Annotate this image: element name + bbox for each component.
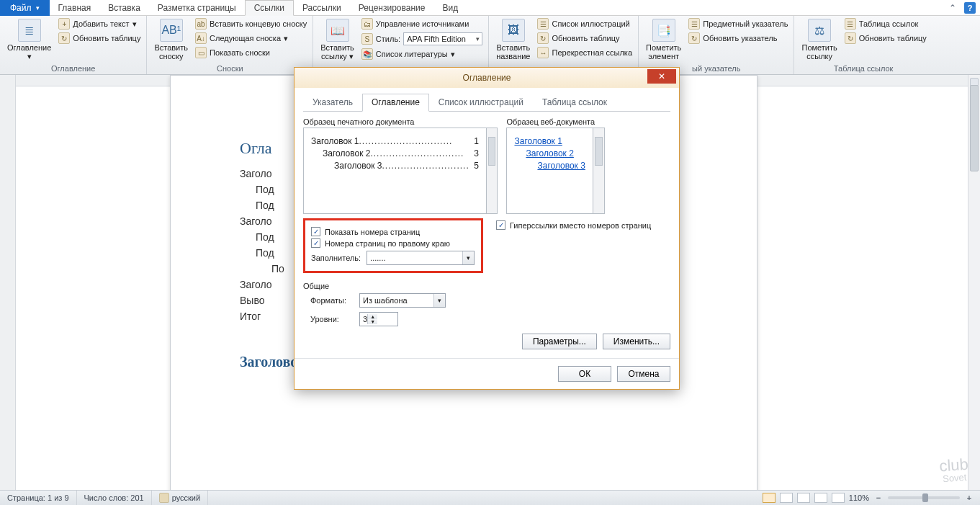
update-toa-button[interactable]: ↻Обновить таблицу — [843, 32, 928, 45]
toc-button[interactable]: ≣ Оглавление▾ — [4, 17, 54, 62]
mark-citation-button[interactable]: ⚖ Пометитьссылку — [799, 17, 840, 62]
refresh-icon: ↻ — [58, 32, 70, 44]
refresh-icon: ↻ — [537, 32, 549, 44]
help-icon[interactable]: ? — [964, 2, 976, 14]
modify-button[interactable]: Изменить... — [603, 334, 670, 349]
dlg-tab-index[interactable]: Указатель — [303, 94, 362, 111]
cross-reference-button[interactable]: ↔Перекрестная ссылка — [536, 46, 634, 59]
web-preview: Заголовок 1Заголовок 2Заголовок 3 — [506, 128, 593, 214]
refresh-icon: ↻ — [845, 32, 856, 44]
add-text-button[interactable]: +Добавить текст ▾ — [57, 17, 142, 30]
style-value[interactable]: APA Fifth Edition — [403, 32, 482, 45]
ribbon-minimize-icon[interactable]: ⌃ — [947, 2, 958, 14]
tab-home[interactable]: Главная — [50, 0, 100, 16]
dialog-title: Оглавление — [463, 73, 511, 83]
formats-combo[interactable]: Из шаблона▾ — [359, 293, 446, 308]
dialog-titlebar[interactable]: Оглавление ? ✕ — [295, 68, 679, 88]
tab-file[interactable]: Файл▾ — [0, 0, 50, 16]
footnote-icon: AB¹ — [160, 19, 183, 42]
options-button[interactable]: Параметры... — [522, 334, 597, 349]
main-tabs: Файл▾ Главная Вставка Разметка страницы … — [0, 0, 980, 16]
citation-style-select[interactable]: SСтиль: APA Fifth Edition — [360, 32, 484, 46]
style-icon: S — [361, 33, 373, 45]
insert-endnote-button[interactable]: abВставить концевую сноску — [194, 17, 308, 30]
update-index-button[interactable]: ↻Обновить указатель — [687, 32, 789, 45]
tab-layout[interactable]: Разметка страницы — [149, 0, 245, 16]
chk-hyperlinks[interactable] — [496, 220, 505, 230]
mark-citation-icon: ⚖ — [808, 19, 831, 42]
manage-sources-icon: 🗂 — [361, 18, 373, 30]
preview-scrollbar[interactable] — [593, 128, 605, 214]
scrollbar-vertical[interactable] — [968, 75, 980, 490]
table-figures-button[interactable]: ☰Список иллюстраций — [536, 17, 634, 30]
insert-caption-button[interactable]: 🖼 Вставитьназвание — [493, 17, 533, 62]
leader-combo[interactable]: .......▾ — [367, 251, 475, 265]
view-print-layout-icon[interactable] — [763, 493, 776, 503]
ruler-vertical — [0, 75, 16, 490]
toc-icon: ≣ — [18, 19, 41, 42]
chevron-down-icon: ▾ — [36, 4, 40, 12]
status-language[interactable]: русский — [152, 491, 208, 505]
next-footnote-button[interactable]: A↓Следующая сноска ▾ — [194, 32, 308, 45]
zoom-out-button[interactable]: − — [873, 493, 884, 502]
mark-entry-button[interactable]: 📑 Пометитьэлемент — [643, 17, 684, 62]
print-preview: Заголовок 1 ............................… — [303, 128, 487, 214]
tab-view[interactable]: Вид — [433, 0, 467, 16]
chk-show-page-numbers[interactable] — [311, 227, 320, 236]
general-label: Общие — [303, 282, 670, 290]
dlg-tab-tof[interactable]: Список иллюстраций — [429, 94, 533, 111]
bibliography-button[interactable]: 📚Список литературы ▾ — [360, 48, 484, 61]
group-label-toa: Таблица ссылок — [799, 64, 927, 74]
zoom-slider-thumb[interactable] — [922, 493, 928, 502]
add-text-icon: + — [58, 18, 70, 30]
tab-mailings[interactable]: Рассылки — [294, 0, 350, 16]
scrollbar-thumb[interactable] — [970, 85, 979, 171]
ok-button[interactable]: ОК — [558, 366, 611, 382]
tab-references[interactable]: Ссылки — [245, 0, 294, 16]
group-label-toc: Оглавление — [4, 64, 142, 74]
show-notes-icon: ▭ — [195, 47, 207, 58]
citation-icon: 📖 — [326, 19, 349, 42]
insert-footnote-button[interactable]: AB¹ Вставитьсноску — [151, 17, 191, 62]
status-word-count[interactable]: Число слов: 201 — [77, 491, 152, 505]
formats-label: Форматы: — [310, 296, 354, 305]
dlg-tab-toc[interactable]: Оглавление — [362, 94, 429, 112]
zoom-slider[interactable] — [888, 496, 960, 499]
index-icon: ☰ — [688, 18, 700, 30]
chk-right-align-numbers[interactable] — [311, 238, 320, 248]
tab-review[interactable]: Рецензирование — [350, 0, 434, 16]
status-page[interactable]: Страница: 1 из 9 — [0, 491, 77, 505]
show-notes-button[interactable]: ▭Показать сноски — [194, 46, 308, 59]
caption-icon: 🖼 — [502, 19, 525, 42]
insert-index-button[interactable]: ☰Предметный указатель — [687, 17, 789, 30]
dialog-close-button[interactable]: ✕ — [647, 69, 676, 84]
print-preview-label: Образец печатного документа — [303, 117, 498, 126]
zoom-value[interactable]: 110% — [849, 493, 869, 502]
status-bar: Страница: 1 из 9 Число слов: 201 русский… — [0, 490, 980, 505]
cancel-button[interactable]: Отмена — [617, 366, 670, 382]
update-toc-button[interactable]: ↻Обновить таблицу — [57, 32, 142, 45]
spinner-up-icon[interactable]: ▲ — [368, 314, 377, 319]
chevron-down-icon: ▾ — [433, 294, 445, 307]
tab-insert[interactable]: Вставка — [99, 0, 149, 16]
view-web-icon[interactable] — [797, 493, 810, 503]
levels-spinner[interactable]: 3▲▼ — [359, 312, 398, 326]
insert-citation-button[interactable]: 📖 Вставитьссылку ▾ — [318, 17, 357, 62]
toa-icon: ☰ — [845, 18, 856, 30]
preview-scrollbar[interactable] — [487, 128, 498, 214]
insert-toa-button[interactable]: ☰Таблица ссылок — [843, 17, 928, 30]
view-fullscreen-icon[interactable] — [780, 493, 793, 503]
view-outline-icon[interactable] — [814, 493, 827, 503]
dlg-tab-toa[interactable]: Таблица ссылок — [533, 94, 616, 111]
dialog-tabs: Указатель Оглавление Список иллюстраций … — [303, 94, 670, 112]
highlighted-options: Показать номера страниц Номера страниц п… — [303, 218, 483, 273]
language-icon — [159, 493, 169, 503]
leader-label: Заполнитель: — [311, 254, 361, 262]
manage-sources-button[interactable]: 🗂Управление источниками — [360, 17, 484, 30]
zoom-in-button[interactable]: + — [964, 493, 974, 502]
bibliography-icon: 📚 — [361, 48, 373, 60]
refresh-icon: ↻ — [688, 32, 700, 44]
spinner-down-icon[interactable]: ▼ — [368, 319, 377, 324]
view-draft-icon[interactable] — [832, 493, 845, 503]
update-tof-button[interactable]: ↻Обновить таблицу — [536, 32, 634, 45]
